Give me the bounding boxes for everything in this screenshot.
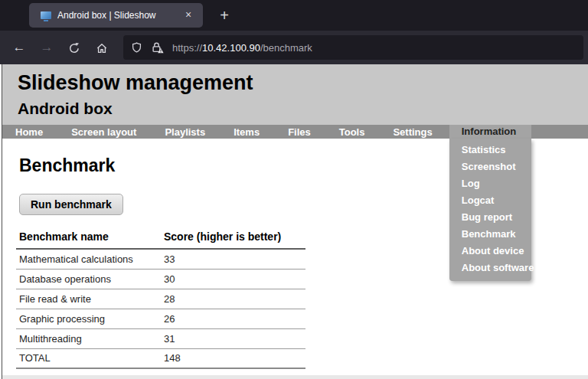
table-row: TOTAL 148 — [16, 348, 305, 368]
benchmark-name-cell: Graphic processing — [16, 309, 161, 328]
benchmark-score-cell: 26 — [161, 309, 305, 328]
window-bottom-edge — [2, 375, 588, 379]
browser-tab[interactable]: Android box | Slideshow × — [29, 3, 203, 28]
tab-close-icon[interactable]: × — [180, 7, 197, 24]
dropdown-item[interactable]: Logcat — [449, 192, 532, 209]
address-bar[interactable]: https://10.42.100.90/benchmark — [123, 35, 583, 60]
dropdown-item[interactable]: Benchmark — [449, 226, 532, 243]
information-dropdown: StatisticsScreenshotLogLogcatBug reportB… — [449, 139, 532, 281]
web-page: Slideshow management Android box HomeScr… — [2, 64, 588, 379]
benchmark-name-cell: Multithreading — [16, 328, 161, 348]
dropdown-item[interactable]: Log — [449, 175, 532, 192]
nav-item[interactable]: Items — [234, 126, 260, 138]
reload-icon[interactable] — [62, 35, 87, 60]
benchmark-score-cell: 28 — [161, 289, 305, 309]
nav-item-information[interactable]: Information StatisticsScreenshotLogLogca… — [449, 125, 532, 139]
benchmark-score-cell: 148 — [161, 348, 305, 368]
table-header-row: Benchmark nameScore (higher is better) — [16, 230, 305, 249]
nav-item[interactable]: Settings — [393, 126, 432, 138]
table-header-cell: Score (higher is better) — [161, 230, 305, 249]
benchmark-name-cell: File read & write — [16, 289, 161, 309]
dropdown-item[interactable]: About software — [449, 260, 532, 276]
url-path: /benchmark — [260, 42, 312, 54]
main-nav: HomeScreen layoutPlaylistsItemsFilesTool… — [2, 125, 588, 139]
home-icon[interactable] — [90, 35, 114, 60]
benchmark-score-cell: 33 — [161, 249, 305, 269]
benchmark-table: Benchmark nameScore (higher is better) M… — [16, 230, 305, 369]
nav-list: HomeScreen layoutPlaylistsItemsFilesTool… — [15, 126, 433, 138]
table-row: Database operations 30 — [16, 269, 305, 289]
tab-bar: Android box | Slideshow × + — [0, 0, 588, 31]
table-row: Graphic processing 26 — [16, 309, 305, 328]
table-row: Mathematical calculations 33 — [16, 249, 305, 269]
table-header-cell: Benchmark name — [16, 230, 161, 249]
nav-item[interactable]: Files — [288, 126, 311, 138]
forward-button[interactable]: → — [34, 35, 59, 60]
dropdown-item[interactable]: Bug report — [449, 209, 532, 226]
url-scheme: https:// — [172, 42, 202, 54]
site-title: Slideshow management — [18, 71, 588, 94]
nav-item[interactable]: Playlists — [165, 126, 205, 138]
dropdown-item[interactable]: Statistics — [449, 142, 532, 158]
site-header: Slideshow management Android box — [2, 64, 588, 125]
benchmark-score-cell: 31 — [161, 328, 305, 348]
url-domain: 10.42.100.90 — [202, 42, 260, 54]
benchmark-name-cell: Mathematical calculations — [16, 249, 161, 269]
benchmark-score-cell: 30 — [161, 269, 305, 289]
dropdown-item[interactable]: About device — [449, 243, 532, 260]
dropdown-item[interactable]: Screenshot — [449, 158, 532, 175]
run-benchmark-button[interactable]: Run benchmark — [19, 194, 123, 215]
benchmark-name-cell: Database operations — [16, 269, 161, 289]
tab-title: Android box | Slideshow — [57, 10, 180, 21]
nav-item-information-label: Information — [462, 126, 517, 137]
benchmark-name-cell: TOTAL — [16, 348, 161, 368]
table-row: File read & write 28 — [16, 289, 305, 309]
url-text: https://10.42.100.90/benchmark — [172, 42, 312, 54]
back-button[interactable]: ← — [7, 35, 31, 60]
site-subtitle: Android box — [18, 100, 588, 118]
nav-item[interactable]: Screen layout — [71, 126, 136, 138]
lock-warning-icon[interactable] — [151, 41, 164, 54]
browser-toolbar: ← → — [0, 31, 588, 64]
nav-item[interactable]: Home — [15, 126, 43, 138]
browser-window: Android box | Slideshow × + ← → — [0, 0, 588, 379]
shield-icon[interactable] — [131, 41, 142, 54]
nav-item[interactable]: Tools — [339, 126, 365, 138]
new-tab-button[interactable]: + — [215, 7, 234, 25]
site-favicon-monitor-icon — [41, 11, 51, 19]
table-row: Multithreading 31 — [16, 328, 305, 348]
